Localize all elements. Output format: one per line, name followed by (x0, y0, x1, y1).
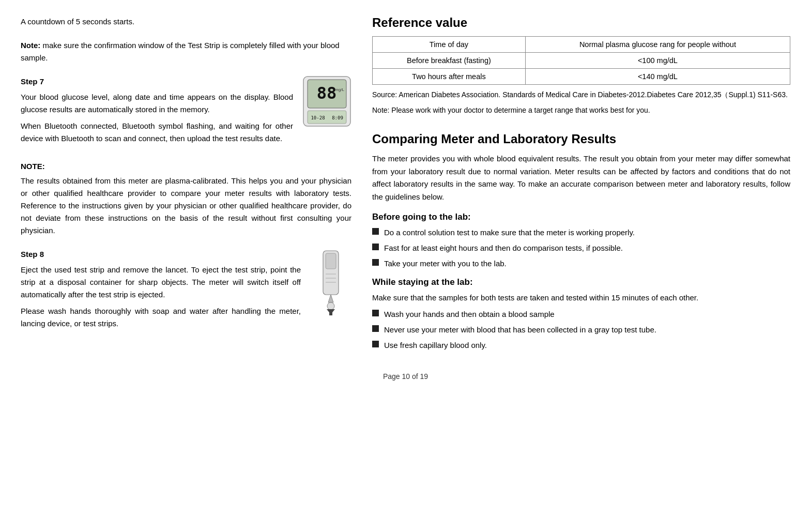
svg-text:88: 88 (317, 83, 337, 103)
source-text: Source: American Diabetes Association. S… (372, 89, 790, 100)
before-lab-list: Do a control solution test to make sure … (372, 226, 790, 270)
step8-p2: Please wash hands thoroughly with soap a… (21, 305, 301, 330)
bullet-icon (372, 228, 379, 235)
list-item-text: Never use your meter with blood that has… (384, 324, 656, 336)
step8-text: Step 8 Eject the used test strip and rem… (21, 248, 301, 335)
step8-label: Step 8 (21, 248, 301, 261)
list-item: Never use your meter with blood that has… (372, 324, 790, 336)
glucose-meter-display: 88 mg/L 10-28 8:09 (302, 75, 351, 127)
col1-header: Time of day (373, 37, 526, 53)
while-lab-section: While staying at the lab: Make sure that… (372, 277, 790, 352)
list-item-text: Use fresh capillary blood only. (384, 339, 487, 352)
list-item-text: Take your meter with you to the lab. (384, 257, 507, 270)
svg-text:mg/L: mg/L (335, 87, 344, 92)
lancet-device-image (310, 248, 351, 326)
intro-line: A countdown of 5 seconds starts. (21, 16, 351, 28)
bullet-icon (372, 244, 379, 250)
svg-text:8:09: 8:09 (332, 115, 343, 120)
note-confirmation: Note: make sure the confirmation window … (21, 39, 351, 64)
note-doctor: Note: Please work with your doctor to de… (372, 104, 790, 116)
comparing-p1: The meter provides you with whole blood … (372, 153, 790, 204)
svg-point-13 (327, 302, 334, 310)
step7-image: 88 mg/L 10-28 8:09 (302, 75, 351, 129)
svg-rect-8 (326, 253, 336, 269)
step8-section: Step 8 Eject the used test strip and rem… (21, 248, 351, 335)
step7-text: Step 7 Your blood glucose level, along d… (21, 75, 293, 150)
list-item: Take your meter with you to the lab. (372, 257, 790, 270)
bullet-icon (372, 341, 379, 347)
list-item: Fast for at least eight hours and then d… (372, 242, 790, 254)
reference-heading: Reference value (372, 16, 790, 30)
list-item: Do a control solution test to make sure … (372, 226, 790, 239)
col2-header: Normal plasma glucose rang for people wi… (525, 37, 790, 53)
bullet-icon (372, 325, 379, 332)
while-lab-list: Wash your hands and then obtain a blood … (372, 308, 790, 352)
before-lab-heading: Before going to the lab: (372, 212, 790, 222)
svg-text:10-28: 10-28 (311, 115, 325, 120)
list-item-text: Wash your hands and then obtain a blood … (384, 308, 555, 321)
note-section: NOTE: The results obtained from this met… (21, 160, 351, 237)
table-cell-value: <140 mg/dL (525, 69, 790, 85)
table-header-row: Time of day Normal plasma glucose rang f… (373, 37, 790, 53)
table-cell-value: <100 mg/dL (525, 53, 790, 69)
step7-p1: Your blood glucose level, along date and… (21, 91, 293, 116)
note-bold-label: NOTE: (21, 160, 351, 173)
before-lab-section: Before going to the lab: Do a control so… (372, 212, 790, 270)
note-text: make sure the confirmation window of the… (21, 41, 340, 62)
reference-table: Time of day Normal plasma glucose rang f… (372, 36, 790, 85)
bullet-icon (372, 259, 379, 266)
right-column: Reference value Time of day Normal plasm… (372, 16, 790, 357)
table-cell-time: Before breakfast (fasting) (373, 53, 526, 69)
comparing-heading: Comparing Meter and Laboratory Results (372, 132, 790, 146)
step8-p1: Eject the used test strip and remove the… (21, 264, 301, 301)
table-row: Before breakfast (fasting)<100 mg/dL (373, 53, 790, 69)
page-number: Page 10 of 19 (383, 372, 428, 381)
list-item: Wash your hands and then obtain a blood … (372, 308, 790, 321)
list-item-text: Do a control solution test to make sure … (384, 226, 635, 239)
comparing-section: Comparing Meter and Laboratory Results T… (372, 132, 790, 352)
list-item: Use fresh capillary blood only. (372, 339, 790, 352)
bullet-icon (372, 310, 379, 316)
while-lab-heading: While staying at the lab: (372, 277, 790, 287)
while-lab-intro: Make sure that the samples for both test… (372, 292, 790, 304)
list-item-text: Fast for at least eight hours and then d… (384, 242, 623, 254)
svg-rect-15 (329, 310, 332, 315)
step8-image (310, 248, 351, 327)
table-cell-time: Two hours after meals (373, 69, 526, 85)
note-label: Note: (21, 41, 40, 50)
left-column: A countdown of 5 seconds starts. Note: m… (21, 16, 351, 357)
step7-section: Step 7 Your blood glucose level, along d… (21, 75, 351, 150)
note-body: The results obtained from this meter are… (21, 175, 351, 237)
svg-marker-12 (328, 295, 333, 302)
step7-label: Step 7 (21, 75, 293, 88)
table-row: Two hours after meals<140 mg/dL (373, 69, 790, 85)
page-footer: Page 10 of 19 (21, 372, 790, 381)
step7-p2: When Bluetooth connected, Bluetooth symb… (21, 120, 293, 145)
